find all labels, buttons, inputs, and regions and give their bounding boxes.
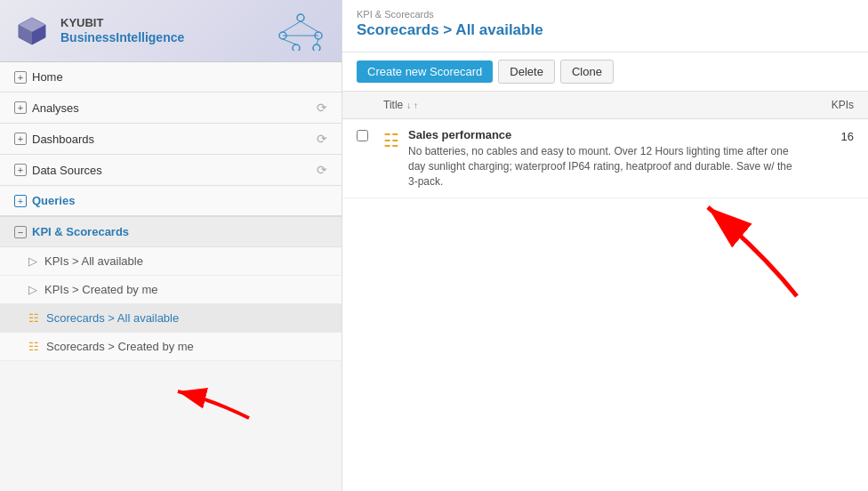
nav-analyses[interactable]: + Analyses ⟳ [0, 93, 342, 124]
page-title: Scorecards > All available [357, 21, 854, 39]
delete-button[interactable]: Delete [498, 60, 555, 84]
data-sources-refresh-icon[interactable]: ⟳ [317, 163, 327, 177]
toolbar: Create new Scorecard Delete Clone [342, 52, 868, 92]
svg-line-11 [283, 39, 296, 44]
breadcrumb: KPI & Scorecards [357, 9, 854, 20]
main-header: KPI & Scorecards Scorecards > All availa… [342, 0, 868, 52]
row-title: Sales performance [408, 128, 800, 141]
logo-icon [14, 13, 50, 49]
sidebar: KYUBIT BusinessIntelligence + Home + Ana… [0, 0, 342, 491]
nav-queries-label: Queries [32, 194, 327, 207]
home-expand-icon: + [14, 71, 27, 84]
logo-text: KYUBIT BusinessIntelligence [60, 16, 184, 44]
nav-kpi-label: KPI & Scorecards [32, 225, 327, 238]
nav-data-sources[interactable]: + Data Sources ⟳ [0, 155, 342, 186]
col-kpis-header: KPIs [800, 99, 854, 111]
sort-icon[interactable]: ↓ ↑ [406, 101, 418, 110]
svg-line-9 [283, 21, 301, 32]
nav-home-label: Home [32, 70, 327, 84]
table-header: Title ↓ ↑ KPIs [342, 92, 868, 119]
table-row: ☷ Sales performance No batteries, no cab… [342, 119, 868, 198]
svg-line-12 [317, 39, 318, 44]
row-content: ☷ Sales performance No batteries, no cab… [383, 128, 800, 189]
analyses-refresh-icon[interactable]: ⟳ [317, 101, 327, 115]
subnav-kpis-mine-label: KPIs > Created by me [44, 283, 158, 296]
svg-line-10 [301, 21, 318, 32]
subnav-scorecards-mine[interactable]: ☷ Scorecards > Created by me [0, 333, 342, 361]
kpi-expand-icon: − [14, 226, 27, 238]
nav-analyses-label: Analyses [32, 101, 317, 115]
subnav-scorecards-mine-label: Scorecards > Created by me [46, 340, 194, 353]
nav-dashboards[interactable]: + Dashboards ⟳ [0, 124, 342, 155]
nav-home[interactable]: + Home [0, 62, 342, 93]
svg-point-4 [297, 14, 304, 21]
scorecard-icon: ☷ [383, 130, 399, 151]
row-text: Sales performance No batteries, no cable… [408, 128, 800, 189]
network-icon [274, 11, 327, 51]
red-arrow-sidebar [160, 356, 267, 427]
subnav-scorecards-all-icon: ☷ [28, 311, 39, 325]
nav-data-sources-label: Data Sources [32, 164, 317, 177]
dashboards-expand-icon: + [14, 133, 27, 145]
subnav-scorecards-all-label: Scorecards > All available [46, 311, 179, 325]
nav-kpi-scorecards[interactable]: − KPI & Scorecards [0, 217, 342, 247]
row-checkbox[interactable] [357, 130, 368, 141]
nav-dashboards-label: Dashboards [32, 133, 317, 146]
data-sources-expand-icon: + [14, 164, 27, 176]
content-area: Title ↓ ↑ KPIs ☷ Sales performance No ba… [342, 92, 868, 491]
col-title-label: Title [383, 99, 403, 111]
queries-expand-icon: + [14, 195, 27, 207]
nav-queries[interactable]: + Queries [0, 186, 342, 217]
svg-point-8 [313, 44, 320, 51]
row-desc: No batteries, no cables and easy to moun… [408, 144, 800, 189]
subnav-scorecards-mine-icon: ☷ [28, 340, 39, 353]
logo-subtitle: BusinessIntelligence [60, 30, 184, 45]
svg-point-7 [293, 44, 300, 51]
subnav-scorecards-all[interactable]: ☷ Scorecards > All available [0, 304, 342, 333]
dashboards-refresh-icon[interactable]: ⟳ [317, 132, 327, 146]
logo-title: KYUBIT [60, 16, 184, 30]
main-content: KPI & Scorecards Scorecards > All availa… [342, 0, 868, 491]
row-kpis: 16 [800, 128, 854, 143]
logo-area: KYUBIT BusinessIntelligence [0, 0, 342, 62]
subnav-kpis-mine-icon: ▷ [28, 283, 37, 296]
subnav-kpis-mine[interactable]: ▷ KPIs > Created by me [0, 276, 342, 304]
subnav-kpis-all-label: KPIs > All available [44, 254, 143, 268]
col-title-header[interactable]: Title ↓ ↑ [383, 99, 800, 111]
clone-button[interactable]: Clone [560, 60, 614, 84]
row-checkbox-cell[interactable] [357, 128, 383, 144]
subnav-kpis-all[interactable]: ▷ KPIs > All available [0, 247, 342, 276]
create-scorecard-button[interactable]: Create new Scorecard [357, 60, 493, 83]
subnav-kpis-all-icon: ▷ [28, 254, 37, 268]
analyses-expand-icon: + [14, 101, 27, 114]
